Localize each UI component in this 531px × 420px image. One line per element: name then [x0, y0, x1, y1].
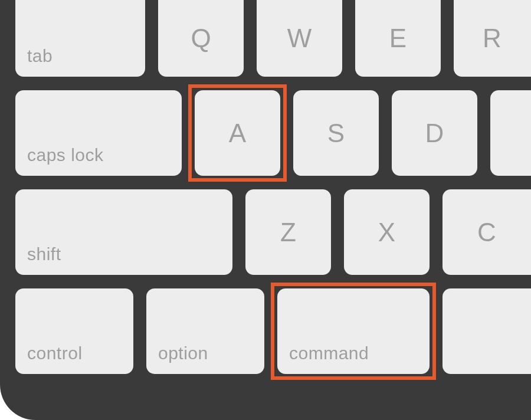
key-label: Z — [280, 218, 296, 247]
key-label: E — [389, 24, 407, 53]
key-r[interactable]: R — [454, 0, 531, 77]
key-label: D — [425, 119, 444, 148]
key-c[interactable]: C — [442, 189, 531, 275]
key-label: A — [229, 119, 246, 148]
key-label: option — [158, 343, 208, 363]
key-s[interactable]: S — [293, 90, 379, 176]
key-e[interactable]: E — [355, 0, 441, 77]
key-tab[interactable]: tab — [15, 0, 145, 77]
key-label: Q — [191, 24, 211, 53]
key-partial-row2[interactable] — [490, 90, 531, 176]
key-z[interactable]: Z — [245, 189, 331, 275]
key-control[interactable]: control — [15, 288, 133, 374]
key-a[interactable]: A — [195, 90, 280, 176]
key-d[interactable]: D — [392, 90, 477, 176]
key-label: R — [483, 24, 502, 53]
key-q[interactable]: Q — [158, 0, 244, 77]
keyboard-diagram: tab Q W E R caps lock A S D shift Z X C … — [0, 0, 531, 420]
key-option[interactable]: option — [146, 288, 264, 374]
key-label: shift — [27, 244, 61, 264]
key-caps-lock[interactable]: caps lock — [15, 90, 182, 176]
key-label: C — [477, 218, 496, 247]
key-label: control — [27, 343, 83, 363]
key-label: S — [327, 119, 345, 148]
key-label: W — [287, 24, 312, 53]
key-w[interactable]: W — [257, 0, 342, 77]
key-label: X — [378, 218, 395, 247]
key-label: tab — [27, 46, 53, 66]
key-label: caps lock — [27, 145, 104, 165]
key-shift[interactable]: shift — [15, 189, 232, 275]
key-label: command — [289, 343, 369, 363]
key-x[interactable]: X — [344, 189, 430, 275]
key-command[interactable]: command — [277, 288, 430, 374]
key-space-partial[interactable] — [442, 288, 531, 374]
